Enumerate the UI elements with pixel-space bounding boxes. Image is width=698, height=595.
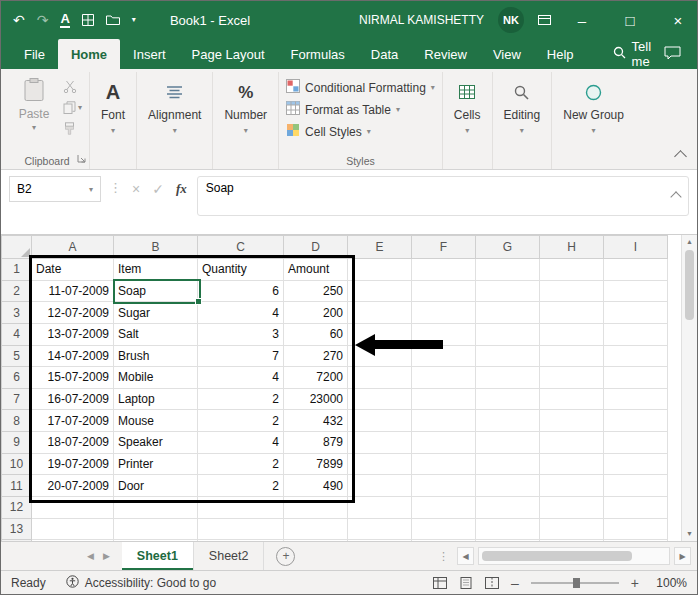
vertical-scroll-thumb[interactable]	[685, 250, 694, 320]
cell-B7[interactable]: Laptop	[114, 388, 198, 410]
row-header-12[interactable]: 12	[2, 496, 32, 518]
cell-B6[interactable]: Mobile	[114, 367, 198, 389]
cell-A10[interactable]: 19-07-2009	[32, 453, 114, 475]
open-folder-icon[interactable]	[106, 14, 120, 25]
cell-D7[interactable]: 23000	[284, 388, 348, 410]
cell-E14[interactable]	[348, 540, 412, 541]
cell-F8[interactable]	[412, 410, 476, 432]
column-header-A[interactable]: A	[32, 236, 114, 259]
cell-D3[interactable]: 200	[284, 302, 348, 324]
page-break-view-icon[interactable]	[485, 577, 499, 589]
column-header-F[interactable]: F	[412, 236, 476, 259]
row-header-11[interactable]: 11	[2, 475, 32, 497]
cell-D2[interactable]: 250	[284, 280, 348, 302]
cell-A12[interactable]	[32, 496, 114, 518]
cell-F11[interactable]	[412, 475, 476, 497]
cell-I6[interactable]	[604, 367, 668, 389]
editing-group[interactable]: Editing ▾	[493, 72, 553, 169]
cell-F5[interactable]	[412, 345, 476, 367]
cell-I8[interactable]	[604, 410, 668, 432]
cell-A8[interactable]: 17-07-2009	[32, 410, 114, 432]
cell-I1[interactable]	[604, 259, 668, 281]
cell-B3[interactable]: Sugar	[114, 302, 198, 324]
row-header-10[interactable]: 10	[2, 453, 32, 475]
cell-F12[interactable]	[412, 496, 476, 518]
zoom-in-button[interactable]: +	[631, 575, 639, 591]
cell-D8[interactable]: 432	[284, 410, 348, 432]
tab-page-layout[interactable]: Page Layout	[179, 39, 278, 69]
cell-G13[interactable]	[476, 518, 540, 540]
cell-G4[interactable]	[476, 323, 540, 345]
row-header-7[interactable]: 7	[2, 388, 32, 410]
tab-file[interactable]: File	[11, 39, 58, 69]
column-header-C[interactable]: C	[198, 236, 284, 259]
cell-I13[interactable]	[604, 518, 668, 540]
cell-I2[interactable]	[604, 280, 668, 302]
column-header-D[interactable]: D	[284, 236, 348, 259]
page-layout-view-icon[interactable]	[459, 577, 473, 589]
hscroll-left-icon[interactable]: ◀	[457, 547, 474, 565]
cell-C12[interactable]	[198, 496, 284, 518]
cell-C9[interactable]: 4	[198, 432, 284, 454]
insert-function-icon[interactable]: fx	[176, 181, 187, 197]
horizontal-scrollbar[interactable]	[478, 547, 670, 565]
cancel-entry-icon[interactable]: ×	[132, 181, 140, 197]
select-all-corner[interactable]	[2, 236, 32, 259]
row-header-8[interactable]: 8	[2, 410, 32, 432]
font-group[interactable]: A Font ▾	[90, 72, 137, 169]
sheet-tab-sheet1[interactable]: Sheet1	[122, 542, 194, 570]
cell-A7[interactable]: 16-07-2009	[32, 388, 114, 410]
underline-icon[interactable]: A	[60, 12, 69, 28]
tab-home[interactable]: Home	[58, 39, 120, 69]
cell-F4[interactable]	[412, 323, 476, 345]
alignment-group[interactable]: Alignment ▾	[137, 72, 213, 169]
cell-H4[interactable]	[540, 323, 604, 345]
cell-H7[interactable]	[540, 388, 604, 410]
cell-H14[interactable]	[540, 540, 604, 541]
hscroll-right-icon[interactable]: ▶	[674, 547, 691, 565]
cell-E12[interactable]	[348, 496, 412, 518]
cell-F10[interactable]	[412, 453, 476, 475]
column-header-E[interactable]: E	[348, 236, 412, 259]
cell-C8[interactable]: 2	[198, 410, 284, 432]
cell-D4[interactable]: 60	[284, 323, 348, 345]
close-button[interactable]: ×	[661, 1, 695, 39]
cell-A2[interactable]: 11-07-2009	[32, 280, 114, 302]
cell-D6[interactable]: 7200	[284, 367, 348, 389]
tab-formulas[interactable]: Formulas	[278, 39, 358, 69]
cell-G9[interactable]	[476, 432, 540, 454]
cell-A14[interactable]	[32, 540, 114, 541]
cell-I7[interactable]	[604, 388, 668, 410]
cell-H1[interactable]	[540, 259, 604, 281]
cells-group[interactable]: Cells ▾	[443, 72, 493, 169]
name-box[interactable]: B2 ▾	[9, 176, 101, 202]
cell-E13[interactable]	[348, 518, 412, 540]
row-header-9[interactable]: 9	[2, 432, 32, 454]
clipboard-dialog-launcher-icon[interactable]	[77, 152, 86, 166]
cell-A3[interactable]: 12-07-2009	[32, 302, 114, 324]
cell-E9[interactable]	[348, 432, 412, 454]
cell-F3[interactable]	[412, 302, 476, 324]
cell-I9[interactable]	[604, 432, 668, 454]
cut-icon[interactable]	[63, 80, 82, 93]
zoom-out-button[interactable]: –	[511, 575, 519, 591]
cell-C10[interactable]: 2	[198, 453, 284, 475]
vertical-scrollbar[interactable]: ▲ ▼	[681, 235, 697, 541]
cell-F1[interactable]	[412, 259, 476, 281]
cell-D12[interactable]	[284, 496, 348, 518]
row-header-3[interactable]: 3	[2, 302, 32, 324]
cell-D1[interactable]: Amount	[284, 259, 348, 281]
ribbon-display-options-icon[interactable]	[538, 14, 551, 26]
horizontal-scroll-thumb[interactable]	[482, 551, 632, 561]
cell-B2[interactable]: Soap	[114, 280, 198, 302]
cell-I10[interactable]	[604, 453, 668, 475]
cell-C5[interactable]: 7	[198, 345, 284, 367]
cell-H9[interactable]	[540, 432, 604, 454]
cell-H6[interactable]	[540, 367, 604, 389]
cell-G6[interactable]	[476, 367, 540, 389]
cell-H13[interactable]	[540, 518, 604, 540]
row-header-1[interactable]: 1	[2, 259, 32, 281]
cell-A5[interactable]: 14-07-2009	[32, 345, 114, 367]
cell-F7[interactable]	[412, 388, 476, 410]
column-header-I[interactable]: I	[604, 236, 668, 259]
